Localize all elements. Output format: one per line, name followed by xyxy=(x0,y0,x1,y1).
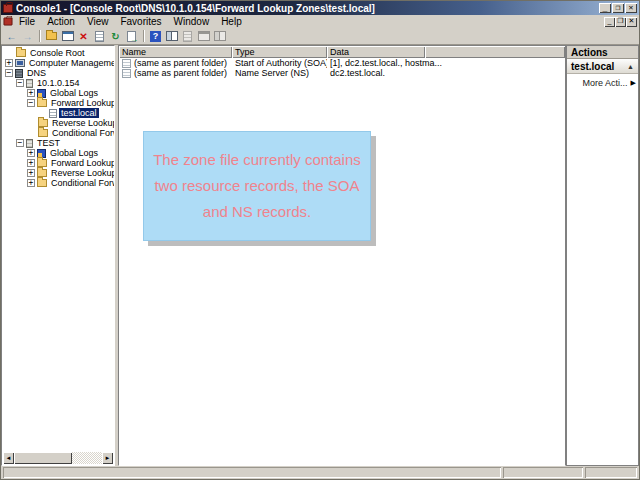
menu-view[interactable]: View xyxy=(81,16,115,28)
menu-favorites[interactable]: Favorites xyxy=(114,16,167,28)
tree-item-reverse-lookup-zones-2[interactable]: + Reverse Lookup Zones xyxy=(2,168,114,178)
status-section-main xyxy=(3,467,501,478)
tree-item-reverse-lookup-zones[interactable]: Reverse Lookup Zones xyxy=(2,118,114,128)
new-window-icon[interactable] xyxy=(212,29,227,43)
child-minimize-button[interactable]: _ xyxy=(604,17,615,27)
records-list-pane: Name Type Data (same as parent folder) S… xyxy=(118,45,566,466)
properties-icon[interactable] xyxy=(92,29,107,43)
scrollbar-track[interactable] xyxy=(72,452,102,464)
scroll-right-icon[interactable]: ► xyxy=(102,452,113,464)
status-section-mid xyxy=(503,467,583,478)
expand-icon[interactable]: + xyxy=(27,89,35,97)
console-panes-icon[interactable] xyxy=(164,29,179,43)
list-header: Name Type Data xyxy=(119,46,565,58)
forward-icon[interactable]: → xyxy=(20,29,35,43)
column-header-empty xyxy=(425,46,565,58)
folder-icon xyxy=(16,49,26,57)
folder-icon xyxy=(37,159,47,167)
collapse-icon[interactable]: − xyxy=(27,99,35,107)
folder-icon xyxy=(37,179,47,187)
collapse-icon[interactable]: − xyxy=(16,139,24,147)
actions-pane-header: Actions xyxy=(567,46,638,59)
mmc-console-window: Console1 - [Console Root\DNS\10.1.0.154\… xyxy=(0,0,640,480)
folder-icon xyxy=(37,99,47,107)
expand-icon[interactable]: + xyxy=(5,59,13,67)
restore-button[interactable]: ❐ xyxy=(612,3,624,13)
tree-item-server-10-1-0-154[interactable]: − 10.1.0.154 xyxy=(2,78,114,88)
menu-help[interactable]: Help xyxy=(215,16,248,28)
minimize-button[interactable]: _ xyxy=(599,3,611,13)
column-header-name[interactable]: Name xyxy=(119,46,232,58)
toolbar-separator xyxy=(39,30,40,42)
menu-action[interactable]: Action xyxy=(41,16,81,28)
collapse-group-icon[interactable]: ▲ xyxy=(627,63,634,70)
scrollbar-thumb[interactable] xyxy=(14,452,72,464)
status-bar xyxy=(1,466,639,479)
dns-icon xyxy=(15,69,23,78)
tree-item-computer-management[interactable]: + Computer Management (10. xyxy=(2,58,114,68)
back-icon[interactable]: ← xyxy=(4,29,19,43)
expand-icon[interactable]: + xyxy=(27,159,35,167)
show-hide-console-tree-icon[interactable] xyxy=(60,29,75,43)
menu-bar: File Action View Favorites Window Help _… xyxy=(1,15,639,28)
status-section-right xyxy=(585,467,637,478)
annotation-callout: The zone file currently contains two res… xyxy=(143,131,371,241)
actions-pane: Actions test.local ▲ More Acti... ▶ xyxy=(566,45,639,466)
child-restore-button[interactable]: ❐ xyxy=(615,17,626,27)
tree-item-conditional-forwarders-2[interactable]: + Conditional Forwarders xyxy=(2,178,114,188)
server-icon xyxy=(26,79,33,88)
toolbar-separator xyxy=(143,30,144,42)
console-tree: Console Root + Computer Management (10. … xyxy=(2,46,114,188)
console-tree-pane: Console Root + Computer Management (10. … xyxy=(1,45,115,466)
mmc-console-icon xyxy=(3,4,13,13)
tree-item-conditional-forwarders[interactable]: Conditional Forwarders xyxy=(2,128,114,138)
tree-item-global-logs-2[interactable]: + Global Logs xyxy=(2,148,114,158)
toolbar: ← → ✕ ↻ ? xyxy=(1,28,639,45)
window-list-icon[interactable] xyxy=(196,29,211,43)
server-icon xyxy=(26,139,33,148)
record-doc-icon[interactable] xyxy=(180,29,195,43)
column-header-data[interactable]: Data xyxy=(327,46,425,58)
title-bar: Console1 - [Console Root\DNS\10.1.0.154\… xyxy=(1,1,639,15)
delete-icon[interactable]: ✕ xyxy=(76,29,91,43)
actions-group-test-local[interactable]: test.local ▲ xyxy=(567,59,638,74)
expand-icon[interactable]: + xyxy=(27,149,35,157)
content-area: Console Root + Computer Management (10. … xyxy=(1,45,639,466)
computer-icon xyxy=(15,59,25,67)
tree-item-test-local[interactable]: test.local xyxy=(2,108,114,118)
record-row-soa[interactable]: (same as parent folder) Start of Authori… xyxy=(119,58,565,68)
scroll-left-icon[interactable]: ◄ xyxy=(3,452,14,464)
menu-window[interactable]: Window xyxy=(168,16,216,28)
folder-icon xyxy=(37,169,47,177)
export-list-icon[interactable] xyxy=(124,29,139,43)
collapse-icon[interactable]: − xyxy=(5,69,13,77)
tree-item-forward-lookup-zones-2[interactable]: + Forward Lookup Zones xyxy=(2,158,114,168)
record-row-ns[interactable]: (same as parent folder) Name Server (NS)… xyxy=(119,68,565,78)
tree-item-console-root[interactable]: Console Root xyxy=(2,48,114,58)
menu-file[interactable]: File xyxy=(13,16,41,28)
submenu-arrow-icon: ▶ xyxy=(631,79,636,87)
child-window-icon xyxy=(4,17,13,25)
close-button[interactable]: ✕ xyxy=(625,3,637,13)
record-icon xyxy=(122,59,131,68)
child-close-button[interactable]: ✕ xyxy=(626,17,637,27)
tree-item-dns[interactable]: − DNS xyxy=(2,68,114,78)
folder-icon xyxy=(38,119,48,127)
up-one-level-icon[interactable] xyxy=(44,29,59,43)
column-header-type[interactable]: Type xyxy=(232,46,327,58)
expand-icon[interactable]: + xyxy=(27,179,35,187)
record-icon xyxy=(122,69,131,78)
tree-item-global-logs[interactable]: + Global Logs xyxy=(2,88,114,98)
tree-item-forward-lookup-zones[interactable]: − Forward Lookup Zones xyxy=(2,98,114,108)
help-icon[interactable]: ? xyxy=(148,29,163,43)
folder-icon xyxy=(38,129,48,137)
collapse-icon[interactable]: − xyxy=(16,79,24,87)
tree-item-server-test[interactable]: − TEST xyxy=(2,138,114,148)
zone-file-icon xyxy=(49,109,57,118)
more-actions-item[interactable]: More Acti... ▶ xyxy=(567,74,638,88)
expand-icon[interactable]: + xyxy=(27,169,35,177)
annotation-text: The zone file currently contains two res… xyxy=(152,147,362,225)
refresh-icon[interactable]: ↻ xyxy=(108,29,123,43)
window-title: Console1 - [Console Root\DNS\10.1.0.154\… xyxy=(16,3,596,14)
tree-horizontal-scrollbar[interactable]: ◄ ► xyxy=(3,452,113,464)
